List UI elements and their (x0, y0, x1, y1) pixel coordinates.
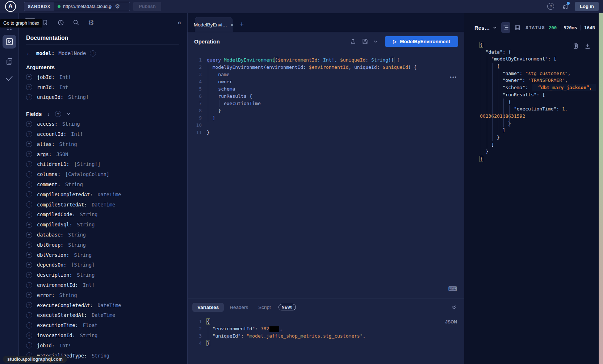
help-icon[interactable]: ? (547, 3, 554, 10)
code-line[interactable]: 11} (188, 129, 464, 136)
code-line[interactable]: { (480, 63, 599, 70)
code-line[interactable]: } (480, 155, 599, 163)
copy-response-icon[interactable] (573, 43, 579, 49)
field-type[interactable]: Int! (83, 282, 95, 288)
add-field-button[interactable]: + (26, 222, 32, 228)
field-type[interactable]: Int! (59, 74, 71, 80)
add-field-button[interactable]: + (26, 74, 32, 80)
code-line[interactable]: 9 } (188, 114, 464, 122)
field-row[interactable]: +dependsOn: [String] (26, 260, 179, 270)
field-row[interactable]: +executionTime: Float (26, 320, 179, 330)
add-field-button[interactable]: + (26, 201, 32, 208)
field-type[interactable]: [String!] (74, 161, 100, 167)
back-arrow-icon[interactable]: ← (26, 50, 32, 57)
add-field-button[interactable]: + (26, 151, 32, 157)
nav-schema-button[interactable] (5, 57, 14, 66)
add-field-button[interactable]: + (26, 232, 32, 238)
argument-row[interactable]: +runId: Int (26, 82, 179, 92)
download-response-icon[interactable] (585, 43, 591, 49)
search-icon[interactable] (73, 19, 79, 26)
editor-options-icon[interactable]: ••• (450, 74, 457, 80)
add-field-button[interactable]: + (26, 322, 32, 329)
field-type[interactable]: DateTime (97, 192, 121, 197)
add-field-button[interactable]: + (26, 292, 32, 298)
tab-model-by-environment[interactable]: ModelByEnvi… × (195, 17, 233, 32)
field-type[interactable]: Int (59, 84, 68, 90)
response-format-button[interactable] (501, 22, 510, 33)
collapse-panel-icon[interactable]: « (177, 18, 181, 26)
history-icon[interactable] (57, 19, 64, 26)
close-tab-icon[interactable]: × (230, 22, 234, 28)
sort-fields-icon[interactable]: ↓ (47, 111, 50, 117)
field-row[interactable]: +error: String (26, 290, 179, 300)
keyboard-shortcuts-icon[interactable]: ⌨ (448, 285, 457, 293)
add-field-button[interactable]: + (26, 242, 32, 248)
tab-headers[interactable]: Headers (225, 303, 252, 312)
code-line[interactable]: 5 schema (188, 85, 464, 93)
apollo-logo[interactable]: A (5, 1, 16, 12)
add-field-button[interactable]: + (26, 312, 32, 318)
field-type[interactable]: DateTime (92, 202, 115, 208)
add-field-button[interactable]: + (26, 121, 32, 127)
add-field-button[interactable]: + (26, 94, 32, 100)
field-row[interactable]: +compileCompletedAt: DateTime (26, 189, 179, 200)
endpoint-url-input[interactable]: https://metadata.cloud.get (63, 4, 112, 9)
save-options-chevron-icon[interactable] (374, 40, 377, 43)
field-type[interactable]: [String] (71, 262, 95, 268)
field-type[interactable]: Float (83, 322, 98, 328)
add-field-button[interactable]: + (26, 342, 32, 348)
table-view-icon[interactable] (515, 25, 520, 31)
field-row[interactable]: +executeCompletedAt: DateTime (26, 300, 179, 310)
field-row[interactable]: +compiledSql: String (26, 219, 179, 230)
model-type-link[interactable]: ModelNode (59, 50, 86, 56)
new-tab-button[interactable]: + (240, 20, 244, 28)
add-field-button[interactable]: + (26, 212, 32, 218)
add-field-button[interactable]: + (26, 262, 32, 268)
add-field-button[interactable]: + (26, 332, 32, 339)
field-row[interactable]: +access: String (26, 119, 179, 129)
bookmark-icon[interactable] (42, 19, 49, 26)
field-type[interactable]: String (65, 181, 83, 187)
field-type[interactable]: String (80, 332, 98, 338)
nav-explorer-button[interactable] (3, 35, 16, 49)
endpoint-url-box[interactable]: https://metadata.cloud.get ⚙ (54, 2, 130, 11)
response-dropdown-chevron-icon[interactable] (493, 26, 497, 29)
field-row[interactable]: +executeStartedAt: DateTime (26, 310, 179, 321)
code-line[interactable]: 8 } (188, 107, 464, 114)
field-row[interactable]: +environmentId: Int! (26, 280, 179, 290)
code-line[interactable]: 6 runResults { (188, 93, 464, 100)
field-type[interactable]: DateTime (92, 312, 115, 318)
field-row[interactable]: +invocationId: String (26, 330, 179, 340)
tab-variables[interactable]: Variables (192, 303, 224, 312)
field-type[interactable]: String (80, 212, 98, 217)
code-line[interactable]: 2 modelByEnvironment(environmentId: $env… (188, 64, 464, 71)
save-icon[interactable] (362, 38, 368, 45)
code-line[interactable]: 3 "uniqueId": "model.jaffle_shop_metrics… (188, 332, 464, 340)
code-line[interactable]: 10 (188, 122, 464, 129)
add-field-button[interactable]: + (26, 181, 32, 188)
run-operation-button[interactable]: ▷ ModelByEnvironment (385, 36, 458, 47)
field-row[interactable]: +compileStartedAt: DateTime (26, 200, 179, 210)
tab-script[interactable]: Script (254, 303, 275, 312)
settings-gear-icon[interactable]: ⚙ (88, 18, 94, 27)
endpoint-settings-gear-icon[interactable]: ⚙ (115, 4, 120, 9)
add-field-button[interactable]: + (26, 171, 32, 177)
field-type[interactable]: String! (68, 94, 89, 100)
code-line[interactable]: } (480, 148, 599, 155)
field-type[interactable]: DateTime (97, 302, 121, 308)
graphql-editor[interactable]: ••• ⌨ 1query ModelByEnvironment($environ… (188, 50, 464, 298)
field-type[interactable]: String (74, 252, 92, 258)
field-row[interactable]: +columns: [CatalogColumn] (26, 169, 179, 179)
code-line[interactable]: 1{ (188, 318, 464, 325)
field-type[interactable]: String (59, 141, 77, 147)
field-type[interactable]: Int! (59, 343, 71, 348)
code-line[interactable]: 2 "environmentId": 782, (188, 325, 464, 332)
field-row[interactable]: +compiledCode: String (26, 210, 179, 220)
code-line[interactable]: } (480, 134, 599, 141)
code-line[interactable]: 4 owner (188, 78, 464, 85)
field-type[interactable]: String (62, 121, 80, 127)
field-type[interactable]: [CatalogColumn] (65, 171, 109, 177)
field-row[interactable]: +comment: String (26, 179, 179, 189)
field-type[interactable]: JSON (56, 151, 68, 157)
add-field-button[interactable]: + (26, 191, 32, 197)
